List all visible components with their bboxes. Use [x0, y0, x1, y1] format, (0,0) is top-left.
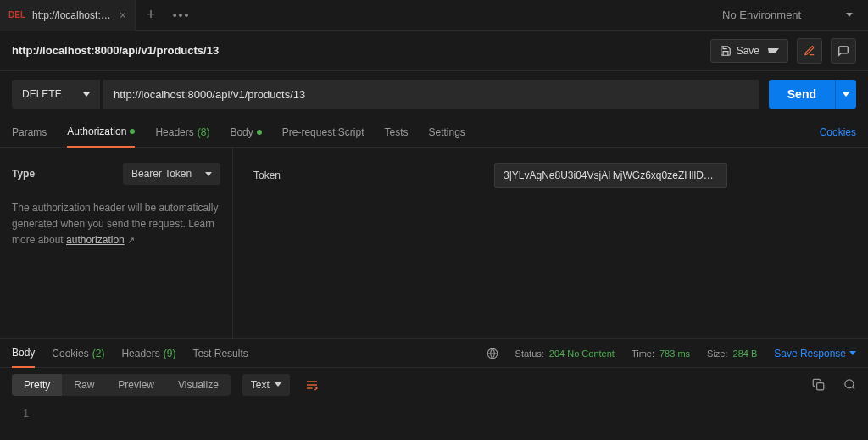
- resp-headers-count: (9): [164, 348, 176, 359]
- chevron-down-icon: [205, 172, 212, 176]
- save-icon: [720, 45, 732, 57]
- request-title: http://localhost:8000/api/v1/products/13: [12, 44, 702, 57]
- status-value: 204 No Content: [549, 348, 615, 359]
- response-status: Status: 204 No Content: [515, 348, 615, 359]
- view-mode-tabs: Pretty Raw Preview Visualize: [12, 374, 231, 396]
- resp-headers-label: Headers: [121, 348, 159, 359]
- external-link-icon: ↗: [127, 235, 135, 245]
- http-method-select[interactable]: DELETE: [12, 80, 100, 109]
- url-input[interactable]: [103, 80, 759, 109]
- chevron-down-icon[interactable]: [768, 48, 779, 53]
- tab-params[interactable]: Params: [12, 117, 47, 148]
- search-icon[interactable]: [843, 378, 856, 391]
- time-value: 783 ms: [659, 348, 690, 359]
- comment-icon[interactable]: [831, 38, 856, 64]
- chevron-down-icon: [849, 351, 856, 355]
- tab-body[interactable]: Body: [230, 117, 261, 148]
- environment-select[interactable]: No Environment: [707, 0, 868, 31]
- request-tab[interactable]: DEL http://localhost:8000/ ×: [0, 0, 136, 31]
- tab-authorization[interactable]: Authorization: [67, 117, 135, 148]
- chevron-down-icon: [846, 13, 853, 17]
- tab-authorization-label: Authorization: [67, 125, 126, 137]
- resp-tab-body[interactable]: Body: [12, 339, 35, 368]
- view-pretty[interactable]: Pretty: [12, 374, 62, 396]
- auth-type-value: Bearer Token: [131, 168, 192, 180]
- auth-description: The authorization header will be automat…: [12, 200, 220, 249]
- tab-more-icon[interactable]: •••: [166, 8, 197, 22]
- http-method-value: DELETE: [22, 88, 62, 100]
- authorization-doc-link[interactable]: authorization: [66, 234, 125, 246]
- resp-tab-headers[interactable]: Headers (9): [121, 339, 175, 368]
- token-label: Token: [253, 170, 474, 181]
- resp-cookies-label: Cookies: [52, 348, 88, 359]
- svg-point-6: [845, 380, 854, 388]
- chevron-down-icon: [83, 92, 90, 97]
- resp-cookies-count: (2): [92, 348, 105, 359]
- send-button[interactable]: Send: [769, 80, 856, 109]
- response-size: Size: 284 B: [707, 348, 757, 359]
- line-number: 1: [12, 408, 29, 420]
- tab-headers-label: Headers: [155, 126, 193, 138]
- wrap-lines-icon[interactable]: [300, 373, 324, 397]
- tab-body-label: Body: [230, 126, 253, 138]
- tab-prerequest[interactable]: Pre-request Script: [282, 117, 364, 148]
- copy-icon[interactable]: [812, 378, 825, 391]
- tab-title: http://localhost:8000/: [32, 9, 113, 21]
- tab-method-badge: DEL: [8, 10, 25, 19]
- format-value: Text: [251, 379, 270, 391]
- svg-line-7: [852, 387, 854, 389]
- view-raw[interactable]: Raw: [62, 374, 106, 396]
- save-response-button[interactable]: Save Response: [774, 348, 856, 359]
- cookies-link[interactable]: Cookies: [820, 126, 856, 138]
- new-tab-button[interactable]: +: [136, 6, 166, 24]
- format-select[interactable]: Text: [242, 374, 290, 396]
- chevron-down-icon: [843, 92, 849, 97]
- svg-rect-5: [817, 383, 824, 390]
- headers-count: (8): [198, 126, 210, 138]
- view-visualize[interactable]: Visualize: [166, 374, 231, 396]
- tab-headers[interactable]: Headers (8): [155, 117, 209, 148]
- send-label: Send: [769, 80, 835, 109]
- save-button[interactable]: Save: [710, 39, 788, 63]
- save-label: Save: [737, 45, 760, 57]
- token-input[interactable]: 3|YLvAgNe8U3i04VsjAHvjWGz6xq0zeZHllD…: [494, 163, 727, 188]
- size-value: 284 B: [733, 348, 758, 359]
- resp-tab-cookies[interactable]: Cookies (2): [52, 339, 104, 368]
- tab-settings[interactable]: Settings: [429, 117, 465, 148]
- send-dropdown[interactable]: [835, 80, 856, 109]
- chevron-down-icon: [275, 382, 281, 387]
- auth-type-label: Type: [12, 168, 35, 180]
- response-time: Time: 783 ms: [632, 348, 690, 359]
- view-preview[interactable]: Preview: [106, 374, 166, 396]
- close-icon[interactable]: ×: [120, 8, 126, 22]
- globe-icon[interactable]: [487, 348, 498, 359]
- resp-tab-test-results[interactable]: Test Results: [192, 339, 248, 368]
- status-dot-icon: [257, 130, 262, 135]
- tab-tests[interactable]: Tests: [384, 117, 408, 148]
- auth-type-select[interactable]: Bearer Token: [123, 163, 220, 185]
- edit-icon[interactable]: [797, 38, 822, 64]
- response-body: 1: [0, 401, 868, 426]
- environment-label: No Environment: [722, 8, 801, 21]
- status-dot-icon: [130, 129, 135, 134]
